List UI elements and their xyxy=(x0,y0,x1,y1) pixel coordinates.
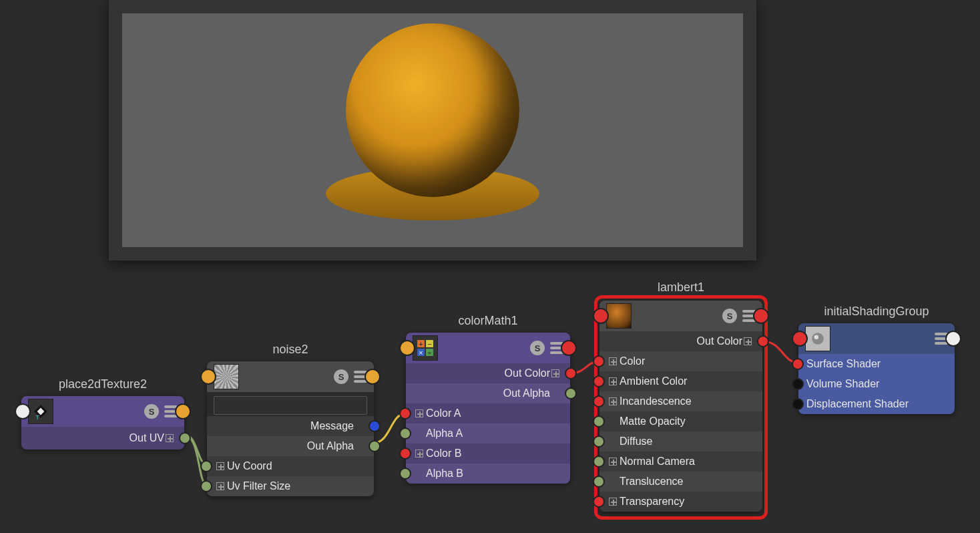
port-out-color[interactable] xyxy=(757,335,769,347)
port-translucence[interactable] xyxy=(593,476,605,488)
port-displacement-shader[interactable] xyxy=(792,398,804,410)
node-header[interactable]: T S xyxy=(21,396,184,427)
node-place2dTexture2[interactable]: place2dTexture2 T S Out UV xyxy=(21,396,184,450)
port-message[interactable] xyxy=(369,420,381,432)
port-input-main[interactable] xyxy=(200,369,216,385)
node-swatch-lambert xyxy=(606,303,632,329)
attr-message[interactable]: Message xyxy=(207,416,374,436)
port-volume-shader[interactable] xyxy=(792,378,804,390)
port-input-main[interactable] xyxy=(399,340,415,356)
solo-icon[interactable]: S xyxy=(530,341,545,355)
expand-icon[interactable] xyxy=(609,498,617,506)
attr-matte-opacity[interactable]: Matte Opacity xyxy=(599,411,762,431)
attr-out-color[interactable]: Out Color xyxy=(406,363,570,383)
port-color[interactable] xyxy=(593,355,605,367)
port-output-main[interactable] xyxy=(753,308,769,324)
svg-text:×: × xyxy=(419,349,423,357)
expand-icon[interactable] xyxy=(166,434,174,442)
node-header[interactable]: S xyxy=(599,301,762,331)
attr-color-b[interactable]: Color B xyxy=(406,443,570,464)
port-diffuse[interactable] xyxy=(593,435,605,448)
attr-volume-shader[interactable]: Volume Shader xyxy=(798,374,955,394)
svg-text:÷: ÷ xyxy=(427,349,431,357)
port-input-main[interactable] xyxy=(792,331,808,347)
port-color-a[interactable] xyxy=(399,407,411,419)
attr-alpha-a[interactable]: Alpha A xyxy=(406,423,570,443)
expand-icon[interactable] xyxy=(744,337,752,345)
port-out-alpha[interactable] xyxy=(565,387,577,399)
node-type-icon: T xyxy=(28,399,53,424)
port-input-main[interactable] xyxy=(15,403,31,419)
node-title: place2dTexture2 xyxy=(21,377,184,391)
node-header[interactable]: S xyxy=(207,361,374,392)
expand-icon[interactable] xyxy=(216,482,224,490)
attr-out-uv[interactable]: Out UV xyxy=(21,427,184,450)
node-lambert1[interactable]: lambert1 S Out Color Color Ambient Color… xyxy=(599,301,762,512)
solo-icon[interactable]: S xyxy=(144,404,159,419)
node-noise2[interactable]: noise2 S Message Out Alpha Uv Coord Uv F… xyxy=(207,361,374,496)
solo-icon[interactable]: S xyxy=(722,309,737,323)
port-uv-coord[interactable] xyxy=(200,460,212,472)
expand-icon[interactable] xyxy=(415,409,423,417)
port-out-alpha[interactable] xyxy=(369,440,381,452)
attr-diffuse[interactable]: Diffuse xyxy=(599,431,762,452)
expand-icon[interactable] xyxy=(415,450,423,458)
attr-out-alpha[interactable]: Out Alpha xyxy=(207,436,374,456)
port-input-main[interactable] xyxy=(593,308,609,324)
node-colorMath1[interactable]: colorMath1 + − × ÷ S Out Color Out Alpha xyxy=(406,333,570,484)
attr-out-color[interactable]: Out Color xyxy=(599,331,762,351)
expand-icon[interactable] xyxy=(551,369,559,377)
expand-icon[interactable] xyxy=(609,357,617,365)
expand-icon[interactable] xyxy=(609,397,617,405)
port-surface-shader[interactable] xyxy=(792,358,804,370)
node-header[interactable]: + − × ÷ S xyxy=(406,333,570,363)
port-out-uv[interactable] xyxy=(179,432,191,444)
attr-color[interactable]: Color xyxy=(599,351,762,371)
attr-transparency[interactable]: Transparency xyxy=(599,492,762,512)
material-preview-panel xyxy=(109,0,756,260)
node-title: noise2 xyxy=(207,343,374,357)
node-title: colorMath1 xyxy=(406,314,570,328)
port-alpha-a[interactable] xyxy=(399,427,411,439)
attr-displacement-shader[interactable]: Displacement Shader xyxy=(798,394,955,414)
port-output-main[interactable] xyxy=(945,331,961,347)
node-title: initialShadingGroup xyxy=(798,305,955,319)
port-color-b[interactable] xyxy=(399,448,411,460)
attr-alpha-b[interactable]: Alpha B xyxy=(406,464,570,484)
expand-icon[interactable] xyxy=(609,377,617,385)
port-output-main[interactable] xyxy=(364,369,381,385)
solo-icon[interactable]: S xyxy=(334,369,348,384)
attr-incandescence[interactable]: Incandescence xyxy=(599,391,762,411)
svg-text:+: + xyxy=(419,340,423,348)
node-type-icon: + − × ÷ xyxy=(413,335,438,361)
expand-icon[interactable] xyxy=(609,458,617,466)
port-transparency[interactable] xyxy=(593,496,605,508)
attr-out-alpha[interactable]: Out Alpha xyxy=(406,383,570,403)
attr-color-a[interactable]: Color A xyxy=(406,403,570,423)
port-matte-opacity[interactable] xyxy=(593,415,605,427)
filter-input[interactable] xyxy=(214,396,367,415)
attr-translucence[interactable]: Translucence xyxy=(599,472,762,492)
attr-normal-camera[interactable]: Normal Camera xyxy=(599,452,762,472)
port-uv-filter-size[interactable] xyxy=(200,480,212,492)
node-swatch-noise xyxy=(214,364,239,389)
port-out-color[interactable] xyxy=(565,367,577,379)
attr-uv-filter-size[interactable]: Uv Filter Size xyxy=(207,476,374,496)
port-alpha-b[interactable] xyxy=(399,468,411,480)
expand-icon[interactable] xyxy=(216,462,224,470)
attr-uv-coord[interactable]: Uv Coord xyxy=(207,456,374,476)
port-output-main[interactable] xyxy=(175,403,191,419)
attr-surface-shader[interactable]: Surface Shader xyxy=(798,354,955,374)
port-normal-camera[interactable] xyxy=(593,456,605,468)
svg-text:T: T xyxy=(35,414,39,420)
node-header[interactable] xyxy=(798,323,955,354)
attr-ambient-color[interactable]: Ambient Color xyxy=(599,371,762,391)
node-initialShadingGroup[interactable]: initialShadingGroup Surface Shader Volum… xyxy=(798,323,955,414)
material-preview-viewport[interactable] xyxy=(122,13,743,247)
svg-text:−: − xyxy=(427,340,431,348)
port-ambient-color[interactable] xyxy=(593,375,605,387)
node-title: lambert1 xyxy=(599,281,762,295)
node-type-icon xyxy=(805,326,830,351)
port-output-main[interactable] xyxy=(561,340,577,356)
port-incandescence[interactable] xyxy=(593,395,605,407)
